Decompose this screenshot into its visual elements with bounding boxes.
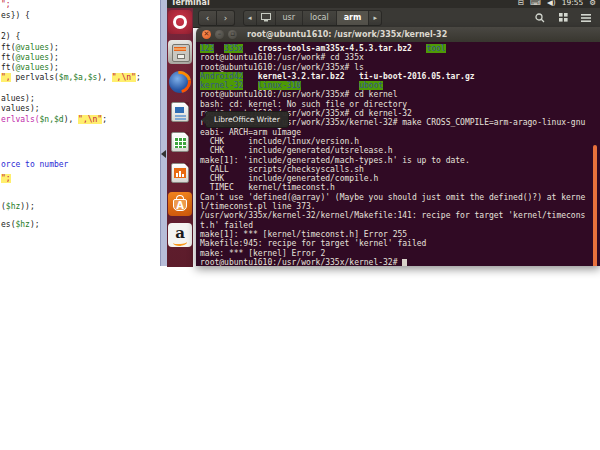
menu-bar: Terminal ⊟ ⌨ ◀) 19:55 ⚙: [167, 0, 600, 8]
files-toolbar: ‹ › ◂ usr local arm ▸: [193, 8, 600, 28]
terminal-line: make[1]: *** [kernel/timeconst.h] Error …: [200, 230, 585, 239]
terminal-line: bash: cd: kernel: No such file or direct…: [200, 100, 585, 109]
impress-page-shape: [171, 163, 189, 183]
launcher-tooltip: LibreOffice Writer: [205, 111, 289, 128]
terminal-line: 123 335x cross-tools-am335x-4.5.3.tar.bz…: [200, 44, 585, 53]
breadcrumb-scroll-left[interactable]: ◂: [244, 11, 257, 25]
terminal-line: make: *** [kernel] Error 2: [200, 249, 585, 258]
code-line: ($hz));: [1, 202, 35, 212]
file-cabinet-shape: [172, 44, 190, 62]
terminal-line: Android42 kernel-3.2.tar.bz2 ti-u-boot-2…: [200, 72, 585, 81]
scrollbar-marker-icon: [161, 150, 166, 158]
terminal-window: ✕ – ▫ root@ubuntu1610: /usr/work/335x/ke…: [196, 27, 600, 266]
terminal-line: CHK include/generated/compile.h: [200, 174, 585, 183]
files-icon[interactable]: [168, 40, 192, 64]
code-line: es($hz);: [1, 220, 40, 230]
code-line: ";: [1, 174, 11, 184]
system-tray[interactable]: ⊟ ⌨ ◀) 19:55 ⚙: [518, 0, 596, 7]
terminal-line: CHK include/generated/utsrelease.h: [200, 146, 585, 155]
code-line: ft(@values);: [1, 63, 59, 73]
ubuntu-software-icon[interactable]: A: [168, 192, 192, 216]
terminal-line: root@ubuntu1610:/usr/work/335x/kernel-32…: [200, 258, 585, 266]
amazon-icon[interactable]: a: [168, 223, 192, 247]
code-line: es}) {: [1, 11, 30, 21]
clock[interactable]: 19:55: [562, 0, 584, 7]
terminal-line: Can't use 'defined(@array)' (Maybe you s…: [200, 193, 585, 202]
firefox-icon[interactable]: [168, 70, 192, 94]
computer-icon[interactable]: [257, 11, 276, 25]
forward-button[interactable]: ›: [217, 10, 235, 26]
terminal-line: TIMEC kernel/timeconst.h: [200, 183, 585, 192]
maximize-icon[interactable]: ▫: [228, 30, 237, 39]
terminal-title: root@ubuntu1610: /usr/work/335x/kernel-3…: [247, 30, 447, 39]
terminal-line: kernel-32 linux-310 uboot: [200, 81, 585, 90]
screen: ";es}) {2) {ft(@values);ft(@values);ft(@…: [0, 0, 600, 450]
amazon-smile-shape: [173, 239, 187, 247]
terminal-line: Makefile:945: recipe for target 'kernel'…: [200, 239, 585, 248]
keyboard-indicator-icon[interactable]: ⌨: [530, 0, 541, 7]
terminal-line: t.h' failed: [200, 221, 585, 230]
terminal-line: make[1]: 'include/generated/mach-types.h…: [200, 156, 585, 165]
code-line: ft(@values);: [1, 53, 59, 63]
tooltip-arrow: [201, 116, 206, 124]
code-line: 2) {: [1, 32, 20, 42]
libreoffice-impress-icon[interactable]: [168, 161, 192, 185]
libreoffice-calc-icon[interactable]: [168, 130, 192, 154]
bag-letter: A: [168, 199, 192, 212]
terminal-line: /usr/work/335x/kernel-32/kernel/Makefile…: [200, 211, 585, 220]
input-indicator-icon[interactable]: ⊟: [518, 0, 524, 7]
code-line: ", perlvals($m,$a,$s), ",\n";: [1, 73, 141, 83]
terminal-line: CALL scripts/checksyscalls.sh: [200, 165, 585, 174]
grid-view-icon[interactable]: [556, 12, 570, 24]
terminal-line: root@ubuntu1610:/usr/work/335x# cd kerne…: [200, 90, 585, 99]
terminal-line: CHK include/linux/version.h: [200, 137, 585, 146]
session-gear-icon[interactable]: ⚙: [589, 0, 596, 7]
libreoffice-writer-icon[interactable]: [168, 100, 192, 124]
terminal-line: eabi- ARCH=arm uImage: [200, 128, 585, 137]
ubuntu-logo-ring: [173, 15, 187, 29]
code-editor-pane[interactable]: ";es}) {2) {ft(@values);ft(@values);ft(@…: [0, 0, 160, 270]
code-line: alues);: [1, 94, 35, 104]
terminal-titlebar[interactable]: ✕ – ▫ root@ubuntu1610: /usr/work/335x/ke…: [196, 27, 600, 42]
terminal-line: root@ubuntu1610:/usr/work# cd 335x: [200, 53, 585, 62]
breadcrumb-scroll-right[interactable]: ▸: [369, 11, 381, 25]
tooltip-label: LibreOffice Writer: [214, 115, 280, 124]
terminal-body[interactable]: 123 335x cross-tools-am335x-4.5.3.tar.bz…: [196, 42, 600, 266]
breadcrumb-segment-usr[interactable]: usr: [276, 11, 304, 25]
active-app-title: Terminal: [171, 0, 210, 7]
breadcrumb-segment-local[interactable]: local: [303, 11, 337, 25]
ubuntu-icon[interactable]: [168, 10, 192, 34]
code-line: ft(@values);: [1, 43, 59, 53]
code-line: erlvals($n,$d), ",\n";: [1, 115, 107, 125]
terminal-scrollbar[interactable]: [593, 145, 597, 266]
terminal-output: 123 335x cross-tools-am335x-4.5.3.tar.bz…: [200, 44, 585, 266]
search-icon[interactable]: [533, 12, 547, 24]
terminal-line: l/timeconst.pl line 373.: [200, 202, 585, 211]
breadcrumb-segment-arm[interactable]: arm: [337, 11, 370, 25]
firefox-fox-shape: [168, 70, 192, 94]
volume-icon[interactable]: ◀): [547, 0, 556, 7]
code-line: orce to number: [1, 160, 68, 170]
code-line: values);: [1, 104, 40, 114]
writer-page-shape: [171, 102, 189, 122]
breadcrumb: ◂ usr local arm ▸: [243, 10, 382, 26]
terminal-line: root@ubuntu1610:/usr/work/335x# ls: [200, 63, 585, 72]
close-icon[interactable]: ✕: [202, 30, 211, 39]
code-line: ";: [1, 0, 11, 10]
hamburger-menu-icon[interactable]: [579, 12, 593, 24]
unity-launcher: A a: [167, 8, 193, 267]
back-button[interactable]: ‹: [198, 10, 217, 26]
minimize-icon[interactable]: –: [215, 30, 224, 39]
calc-page-shape: [171, 132, 189, 152]
